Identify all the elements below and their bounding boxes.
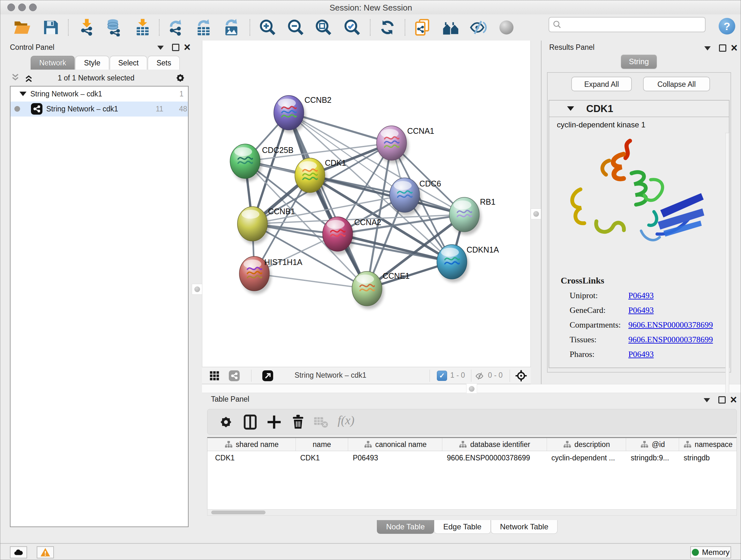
network-node-CDC25B[interactable]: CDC25B (230, 144, 293, 182)
export-network-icon[interactable] (166, 18, 185, 37)
crosslink-tissues-link[interactable]: 9606.ENSP00000378699 (628, 335, 713, 345)
export-image-icon[interactable] (222, 18, 240, 37)
maximize-panel-icon[interactable] (718, 396, 726, 403)
network-node-CDK1[interactable]: CDK1 (295, 158, 346, 196)
search-input[interactable] (562, 20, 697, 29)
hide-graphics-details-icon[interactable] (470, 18, 488, 37)
cell-id[interactable]: stringdb:9... (626, 451, 679, 464)
network-node-RB1[interactable]: RB1 (449, 197, 495, 235)
cell-namespace[interactable]: stringdb (679, 451, 737, 464)
tab-string[interactable]: String (621, 55, 657, 69)
crosslink-genecard-link[interactable]: P06493 (628, 306, 654, 315)
open-in-browser-icon[interactable] (262, 370, 273, 382)
center-view-icon[interactable] (515, 369, 528, 383)
crosslink-pharos-link[interactable]: P06493 (628, 350, 654, 359)
float-panel-icon[interactable] (157, 46, 164, 50)
gene-section-header[interactable]: CDK1 (549, 101, 729, 117)
import-network-icon[interactable] (78, 18, 96, 37)
left-splitter[interactable] (192, 41, 202, 384)
tab-style[interactable]: Style (75, 56, 109, 70)
column-header-name[interactable]: name (296, 438, 348, 451)
network-node-CCNB2[interactable]: CCNB2 (274, 96, 332, 133)
save-session-icon[interactable] (42, 18, 60, 37)
right-splitter-handle[interactable] (531, 208, 542, 219)
column-header-shared-name[interactable]: shared name (207, 438, 296, 451)
scrollbar-thumb[interactable] (211, 510, 266, 514)
tab-sets[interactable]: Sets (148, 56, 180, 70)
column-header-description[interactable]: description (547, 438, 626, 451)
network-node-CCNA2[interactable]: CCNA2 (323, 217, 381, 254)
selected-checkbox-icon[interactable]: ✓ (437, 371, 447, 381)
memory-button[interactable]: Memory (690, 546, 731, 558)
help-button[interactable]: ? (719, 18, 735, 35)
column-header-database-identifier[interactable]: database identifier (442, 438, 547, 451)
expand-all-button[interactable]: Expand All (571, 77, 632, 91)
close-panel-icon[interactable]: × (184, 43, 191, 51)
table-row[interactable]: CDK1 CDK1 P06493 9606.ENSP00000378699 cy… (207, 451, 737, 464)
cell-shared-name[interactable]: CDK1 (207, 451, 296, 464)
network-row-selected[interactable]: String Network – cdk1 11 48 (10, 102, 188, 117)
toolbar-search[interactable] (549, 17, 705, 32)
network-options-gear-icon[interactable] (174, 72, 186, 85)
delete-column-trash-icon[interactable] (290, 414, 307, 430)
maximize-panel-icon[interactable] (719, 44, 726, 52)
column-header-namespace[interactable]: namespace (679, 438, 737, 451)
cell-description[interactable]: cyclin-dependent ... (547, 451, 626, 464)
close-panel-icon[interactable]: × (731, 44, 738, 52)
birds-eye-grid-icon[interactable] (209, 370, 220, 382)
crosslink-compartments-link[interactable]: 9606.ENSP00000378699 (628, 320, 713, 330)
horizontal-splitter-handle[interactable] (466, 383, 477, 394)
zoom-in-icon[interactable] (259, 18, 277, 37)
table-settings-gear-icon[interactable] (218, 414, 234, 430)
cloud-icon (13, 547, 24, 558)
crosslink-uniprot-link[interactable]: P06493 (628, 291, 654, 300)
export-table-icon[interactable] (195, 18, 212, 37)
collapse-arrow-icon[interactable] (19, 91, 26, 96)
refresh-icon[interactable] (379, 18, 396, 37)
string-panel-icon[interactable] (229, 370, 240, 382)
tab-network-table[interactable]: Network Table (491, 520, 558, 534)
tab-network[interactable]: Network (30, 56, 75, 70)
maximize-panel-icon[interactable] (172, 44, 179, 51)
column-header-id[interactable]: @id (626, 438, 679, 451)
tab-select[interactable]: Select (110, 56, 147, 70)
left-splitter-handle[interactable] (192, 284, 203, 295)
results-scrollbar[interactable] (725, 133, 729, 400)
column-header-canonical-name[interactable]: canonical name (348, 438, 442, 451)
network-node-HIST1H1A[interactable]: HIST1H1A (239, 256, 302, 294)
zoom-selected-icon[interactable] (343, 18, 361, 37)
collapse-all-button[interactable]: Collapse All (643, 77, 710, 91)
horizontal-splitter[interactable] (202, 384, 741, 393)
home-icon[interactable] (442, 18, 460, 37)
tab-edge-table[interactable]: Edge Table (434, 520, 491, 534)
cell-name[interactable]: CDK1 (296, 451, 348, 464)
select-columns-icon[interactable] (242, 414, 259, 430)
application-window: Session: New Session (0, 0, 741, 560)
cell-canonical-name[interactable]: P06493 (348, 451, 442, 464)
network-label: String Network – cdk1 (46, 102, 118, 117)
network-snapshot-icon[interactable] (413, 18, 431, 37)
network-collection-row[interactable]: String Network – cdk1 1 (10, 86, 188, 102)
cloud-status-button[interactable] (10, 546, 27, 558)
network-edge[interactable] (254, 273, 367, 289)
import-table-icon[interactable] (134, 18, 151, 37)
close-panel-icon[interactable]: × (730, 395, 737, 404)
zoom-fit-icon[interactable] (315, 18, 333, 37)
float-panel-icon[interactable] (704, 46, 711, 51)
table-horizontal-scrollbar[interactable] (207, 509, 737, 516)
network-node-CCNA1[interactable]: CCNA1 (377, 126, 434, 164)
add-column-icon[interactable] (266, 414, 282, 430)
network-node-CDKN1A[interactable]: CDKN1A (437, 245, 499, 282)
collapse-arrow-icon[interactable] (567, 106, 574, 111)
import-network-database-icon[interactable] (105, 18, 123, 37)
cell-database-identifier[interactable]: 9606.ENSP00000378699 (442, 451, 547, 464)
right-splitter[interactable] (531, 41, 541, 384)
warning-status-button[interactable] (37, 546, 54, 558)
open-folder-icon[interactable] (13, 18, 31, 37)
protein-structure-image (558, 135, 708, 263)
tab-node-table[interactable]: Node Table (377, 520, 434, 534)
float-panel-icon[interactable] (704, 398, 710, 402)
zoom-out-icon[interactable] (287, 18, 305, 37)
network-view-canvas[interactable]: CCNB2CCNA1CDC25BCDK1CDC6RB1CCNB1CCNA2CDK… (202, 41, 531, 367)
show-graphics-details-icon[interactable] (497, 18, 515, 37)
